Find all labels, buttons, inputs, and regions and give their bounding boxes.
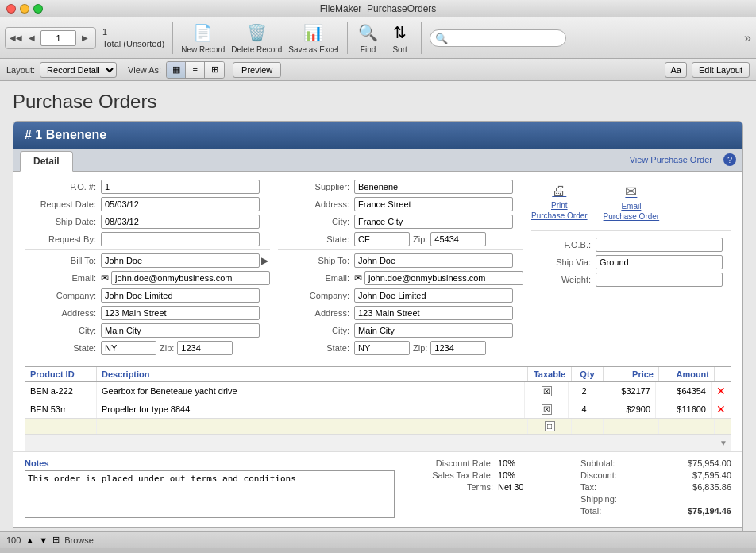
find-button[interactable]: 🔍 Find bbox=[356, 21, 381, 54]
save-as-excel-button[interactable]: 📊 Save as Excel bbox=[288, 21, 338, 54]
bill-to-input[interactable] bbox=[101, 253, 260, 268]
search-input[interactable] bbox=[430, 29, 566, 47]
print-po-button[interactable]: 🖨 Print Purchase Order bbox=[531, 183, 588, 220]
sup-city-input[interactable] bbox=[354, 215, 513, 229]
fob-input[interactable] bbox=[596, 238, 723, 252]
request-by-input[interactable] bbox=[101, 232, 260, 246]
city-input[interactable] bbox=[101, 323, 260, 338]
total-value: $75,194.46 bbox=[688, 506, 731, 516]
address-input[interactable] bbox=[101, 306, 260, 320]
state-input[interactable] bbox=[101, 341, 156, 355]
toolbar-expand[interactable]: » bbox=[744, 31, 751, 45]
row2-taxable[interactable]: ☒ bbox=[525, 400, 569, 418]
right-totals: Subtotal: $75,954.00 Discount: $7,595.40… bbox=[573, 458, 731, 520]
request-date-input[interactable] bbox=[101, 197, 260, 211]
ship-zip-input[interactable] bbox=[430, 341, 486, 355]
notes-textarea[interactable]: This order is placed under out terms and… bbox=[25, 470, 395, 518]
row2-qty[interactable]: 4 bbox=[569, 400, 600, 418]
row2-amount[interactable]: $11600 bbox=[656, 400, 712, 418]
new-record-button[interactable]: 📄 New Record bbox=[181, 21, 225, 54]
ship-address-input[interactable] bbox=[354, 306, 513, 320]
view-form-button[interactable]: ▦ bbox=[167, 62, 186, 78]
total-row: Total: $75,194.46 bbox=[580, 506, 731, 516]
sales-tax-rate-row: Sales Tax Rate: 10% bbox=[422, 470, 573, 480]
record-input[interactable]: 1 bbox=[40, 30, 76, 46]
email-row: Email: ✉ bbox=[25, 271, 270, 285]
row1-amount[interactable]: $64354 bbox=[656, 382, 712, 400]
save-excel-icon: 📊 bbox=[301, 21, 326, 44]
nav-next[interactable]: ▶ bbox=[78, 31, 92, 45]
empty-amount[interactable] bbox=[659, 419, 715, 434]
row1-taxable-checkbox[interactable]: ☒ bbox=[542, 386, 552, 396]
ship-date-input[interactable] bbox=[101, 215, 260, 229]
weight-input[interactable] bbox=[596, 273, 723, 287]
tab-detail[interactable]: Detail bbox=[20, 151, 73, 172]
sup-zip-input[interactable] bbox=[430, 232, 486, 246]
row2-product-id[interactable]: BEN 53rr bbox=[25, 400, 97, 418]
view-list-button[interactable]: ≡ bbox=[186, 62, 205, 78]
help-button[interactable]: ? bbox=[723, 153, 736, 166]
view-po-link[interactable]: View Purchase Order bbox=[623, 152, 719, 168]
row1-price[interactable]: $32177 bbox=[600, 382, 656, 400]
minimize-button[interactable] bbox=[20, 4, 29, 14]
window-controls[interactable] bbox=[6, 4, 43, 14]
table-scroll[interactable]: ▼ bbox=[25, 435, 731, 451]
supplier-row: Supplier: bbox=[278, 180, 523, 194]
left-column: P.O. #: Request Date: Ship Date: Request… bbox=[25, 180, 270, 358]
email-input[interactable] bbox=[111, 271, 270, 285]
zip-input[interactable] bbox=[177, 341, 233, 355]
empty-description[interactable] bbox=[97, 419, 528, 434]
nav-controls[interactable]: ◀◀ ◀ 1 ▶ bbox=[5, 27, 96, 49]
record-card: # 1 Benenene Detail View Purchase Order … bbox=[13, 121, 743, 531]
nav-first[interactable]: ◀◀ bbox=[9, 31, 23, 45]
empty-product-id[interactable] bbox=[25, 419, 97, 434]
row1-taxable[interactable]: ☒ bbox=[525, 382, 569, 400]
preview-button[interactable]: Preview bbox=[233, 62, 281, 78]
aa-button[interactable]: Aa bbox=[665, 62, 686, 78]
row1-delete[interactable]: ✕ bbox=[712, 382, 731, 400]
sup-state-input[interactable] bbox=[354, 232, 410, 246]
company-input[interactable] bbox=[101, 288, 260, 303]
sort-icon: ⇅ bbox=[388, 21, 413, 44]
row1-product-id[interactable]: BEN a-222 bbox=[25, 382, 97, 400]
edit-layout-button[interactable]: Edit Layout bbox=[692, 62, 750, 78]
delete-row1-icon[interactable]: ✕ bbox=[716, 385, 726, 397]
ship-state-input[interactable] bbox=[354, 341, 410, 355]
ship-company-row: Company: bbox=[278, 288, 523, 303]
search-wrapper: 🔍 bbox=[430, 29, 735, 47]
ship-company-input[interactable] bbox=[354, 288, 513, 303]
row2-description[interactable]: Propeller for type 8844 bbox=[97, 400, 525, 418]
row1-qty[interactable]: 2 bbox=[569, 382, 600, 400]
ship-email-input[interactable] bbox=[364, 271, 523, 285]
empty-taxable-checkbox[interactable]: □ bbox=[545, 421, 555, 431]
nav-prev[interactable]: ◀ bbox=[25, 31, 39, 45]
browse-mode: Browse bbox=[64, 536, 94, 545]
ship-city-input[interactable] bbox=[354, 323, 513, 338]
email-po-button[interactable]: ✉ Email Purchase Order bbox=[604, 183, 660, 221]
close-button[interactable] bbox=[6, 4, 16, 14]
ship-to-input[interactable] bbox=[354, 253, 513, 268]
po-number-input[interactable] bbox=[101, 180, 260, 194]
delete-record-button[interactable]: 🗑️ Delete Record bbox=[231, 21, 282, 54]
sup-address-input[interactable] bbox=[354, 197, 513, 211]
empty-taxable[interactable]: □ bbox=[528, 419, 572, 434]
row2-price[interactable]: $2900 bbox=[600, 400, 656, 418]
row2-taxable-checkbox[interactable]: ☒ bbox=[542, 404, 552, 415]
supplier-input[interactable] bbox=[354, 180, 513, 194]
sort-button[interactable]: ⇅ Sort bbox=[388, 21, 413, 54]
zoom-icon2: ▼ bbox=[39, 536, 48, 545]
maximize-button[interactable] bbox=[33, 4, 43, 14]
sup-address-row: Address: bbox=[278, 197, 523, 211]
ship-via-input[interactable] bbox=[596, 255, 723, 269]
empty-price[interactable] bbox=[604, 419, 659, 434]
shipping-row: Shipping: bbox=[580, 494, 731, 504]
view-table-button[interactable]: ⊞ bbox=[205, 62, 224, 78]
row1-description[interactable]: Gearbox for Beneteaue yacht drive bbox=[97, 382, 525, 400]
layout-select[interactable]: Record Detail bbox=[40, 62, 117, 78]
row2-delete[interactable]: ✕ bbox=[712, 400, 731, 418]
discount-row: Discount: $7,595.40 bbox=[580, 470, 731, 480]
empty-qty[interactable] bbox=[572, 419, 604, 434]
bill-to-arrow[interactable]: ▶ bbox=[261, 255, 268, 266]
delete-row2-icon[interactable]: ✕ bbox=[716, 403, 726, 416]
table-row-empty: □ bbox=[25, 419, 731, 435]
